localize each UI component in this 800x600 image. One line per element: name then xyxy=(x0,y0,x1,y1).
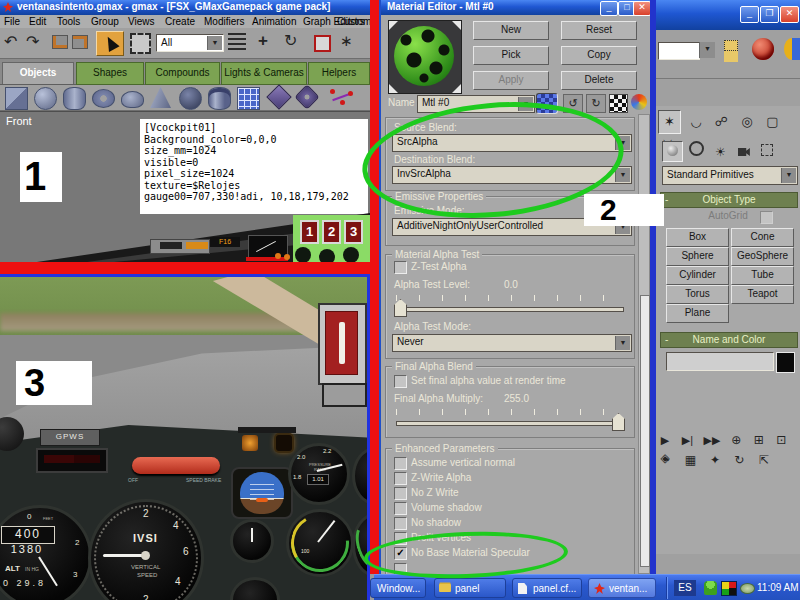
chevron-down-icon[interactable]: ▼ xyxy=(615,336,630,350)
copy-button[interactable]: Copy xyxy=(561,46,637,65)
taskbar-button-ventanas[interactable]: ventan... xyxy=(588,578,656,598)
geosphere-button[interactable]: GeoSphere xyxy=(731,247,794,266)
material-editor-scrollbar[interactable] xyxy=(638,114,650,574)
create-tab-icon[interactable]: ✶ xyxy=(658,110,681,134)
object-name-field[interactable] xyxy=(666,352,774,371)
select-and-rotate-icon[interactable]: ↻ xyxy=(284,31,297,50)
spline-icon[interactable] xyxy=(330,87,354,107)
z-write-alpha-checkbox[interactable] xyxy=(394,472,407,485)
tab-objects[interactable]: Objects xyxy=(2,62,74,84)
reset-button[interactable]: Reset xyxy=(561,21,637,40)
unlink-selection-icon[interactable] xyxy=(72,35,88,49)
background-checker-icon[interactable] xyxy=(609,94,628,113)
motion-tab-icon[interactable]: ◎ xyxy=(736,111,757,133)
select-and-scale-icon[interactable] xyxy=(314,35,331,52)
menu-views[interactable]: Views xyxy=(128,16,155,27)
final-alpha-multiply-slider-track[interactable] xyxy=(396,421,624,426)
menu-tools[interactable]: Tools xyxy=(57,16,80,27)
geometry-icon[interactable] xyxy=(662,141,683,162)
gmax-minimize-button[interactable]: _ xyxy=(740,6,759,23)
tube-icon[interactable] xyxy=(208,87,231,110)
no-z-write-checkbox[interactable] xyxy=(394,487,407,500)
taskbar-button-panel-cfg[interactable]: panel.cf... xyxy=(512,578,582,598)
hedra-icon[interactable] xyxy=(266,84,291,109)
close-button[interactable]: ✕ xyxy=(633,1,651,16)
pan-icon[interactable]: ✦ xyxy=(705,453,725,467)
cylinder-icon[interactable] xyxy=(63,87,86,110)
torus-button[interactable]: Torus xyxy=(666,285,729,304)
tab-helpers[interactable]: Helpers xyxy=(308,62,370,85)
redo-icon[interactable]: ↷ xyxy=(26,32,39,51)
no-shadow-checkbox[interactable] xyxy=(394,517,407,530)
time-config-icon[interactable]: ◔ xyxy=(656,453,676,467)
zoom-region-icon[interactable]: ⊡ xyxy=(772,433,790,447)
shapes-icon[interactable] xyxy=(687,138,706,157)
min-max-toggle-icon[interactable]: ⇱ xyxy=(754,453,774,467)
zoom-icon[interactable]: ⊕ xyxy=(727,433,745,447)
new-button[interactable]: New xyxy=(473,21,549,40)
color-wheel-icon[interactable] xyxy=(631,94,647,110)
material-preview-slot[interactable] xyxy=(388,20,462,94)
chevron-down-icon[interactable]: ▼ xyxy=(699,42,715,58)
clock[interactable]: 11:09 AM xyxy=(757,582,799,593)
alpha-test-level-slider[interactable] xyxy=(396,307,624,312)
z-test-alpha-checkbox[interactable] xyxy=(394,261,407,274)
menu-edit[interactable]: Edit xyxy=(29,16,46,27)
modify-tab-icon[interactable]: ◡ xyxy=(685,111,706,133)
menu-create[interactable]: Create xyxy=(165,16,195,27)
next-frame-button[interactable]: ▶| xyxy=(678,434,696,447)
pick-button[interactable]: Pick xyxy=(473,46,549,65)
final-alpha-checkbox[interactable] xyxy=(394,375,407,388)
tab-compounds[interactable]: Compounds xyxy=(145,62,220,85)
material-navigate-forward-icon[interactable]: ↻ xyxy=(586,94,606,113)
undo-icon[interactable]: ↶ xyxy=(4,32,17,51)
object-type-rollout[interactable]: - Object Type xyxy=(660,192,798,208)
gmax-close-button[interactable]: ✕ xyxy=(780,6,799,23)
primitive-category-dropdown[interactable]: Standard Primitives ▼ xyxy=(662,166,798,185)
tube-button[interactable]: Tube xyxy=(731,266,794,285)
display-tab-icon[interactable]: ▢ xyxy=(762,111,783,133)
taskbar-button-panel[interactable]: panel xyxy=(434,578,506,598)
play-button[interactable]: ▶ xyxy=(656,434,674,447)
language-indicator[interactable]: ES xyxy=(674,580,696,596)
chevron-down-icon[interactable]: ▼ xyxy=(207,36,222,50)
selection-filter-dropdown[interactable]: All ▼ xyxy=(156,34,224,52)
select-by-name-icon[interactable] xyxy=(228,33,246,51)
tab-shapes[interactable]: Shapes xyxy=(76,62,144,85)
lights-icon[interactable]: ☀ xyxy=(711,143,730,162)
taskbar-button-window[interactable]: Window... xyxy=(370,578,426,598)
final-alpha-multiply-slider-thumb[interactable] xyxy=(612,413,625,431)
sphere-button[interactable]: Sphere xyxy=(666,247,729,266)
delete-button[interactable]: Delete xyxy=(561,71,637,90)
sphere-icon[interactable] xyxy=(34,87,57,110)
select-and-move-icon[interactable]: + xyxy=(258,31,268,51)
render-icon[interactable] xyxy=(752,38,774,60)
assume-vertical-normal-checkbox[interactable] xyxy=(394,457,407,470)
minimize-button[interactable]: _ xyxy=(600,1,618,16)
display-settings-icon[interactable] xyxy=(721,581,737,596)
hierarchy-tab-icon[interactable]: ☍ xyxy=(711,111,732,133)
name-color-rollout[interactable]: - Name and Color xyxy=(660,332,798,348)
geosphere-icon[interactable] xyxy=(179,87,202,110)
menu-group[interactable]: Group xyxy=(91,16,119,27)
grid-toggle-icon[interactable]: ▦ xyxy=(680,453,700,467)
object-color-swatch[interactable] xyxy=(776,352,795,373)
teapot-button[interactable]: Teapot xyxy=(731,285,794,304)
helpers-icon[interactable] xyxy=(758,140,777,159)
box-button[interactable]: Box xyxy=(666,228,729,247)
material-editor-title-bar[interactable]: Material Editor - Mtl #0 _ □ ✕ xyxy=(381,0,650,15)
cameras-icon[interactable] xyxy=(734,142,753,161)
plane-button[interactable]: Plane xyxy=(666,304,729,323)
chevron-down-icon[interactable]: ▼ xyxy=(781,168,796,183)
arc-rotate-icon[interactable]: ↻ xyxy=(729,453,749,467)
cone-button[interactable]: Cone xyxy=(731,228,794,247)
torus-icon[interactable] xyxy=(92,89,115,108)
named-selection-sets-icon[interactable] xyxy=(724,40,738,51)
zoom-extents-icon[interactable]: ⊞ xyxy=(750,433,768,447)
messenger-icon[interactable] xyxy=(704,581,717,595)
snap-toggle-icon[interactable]: ∗ xyxy=(340,32,353,50)
volume-shadow-checkbox[interactable] xyxy=(394,502,407,515)
cylinder-button[interactable]: Cylinder xyxy=(666,266,729,285)
gmax-restore-button[interactable]: ❐ xyxy=(760,6,779,23)
cone-icon[interactable] xyxy=(150,87,171,108)
